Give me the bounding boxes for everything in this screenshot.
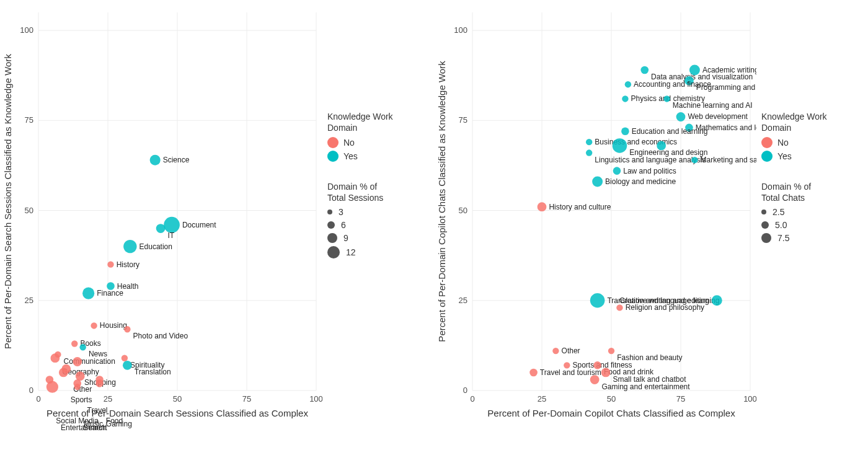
scatter-plot-left: 02550751000255075100Percent of Per-Domai…	[0, 0, 322, 434]
data-point	[676, 112, 686, 121]
legend-size-item: 5.0	[761, 220, 868, 230]
data-point	[601, 368, 611, 377]
data-point	[123, 240, 136, 253]
data-point	[552, 348, 559, 354]
svg-text:75: 75	[242, 394, 251, 404]
data-point	[164, 217, 180, 233]
data-point	[59, 368, 68, 377]
legend-size-item: 9	[327, 233, 434, 243]
charts-wrap: 02550751000255075100Percent of Per-Domai…	[0, 0, 868, 450]
data-point	[95, 379, 104, 387]
svg-text:50: 50	[173, 394, 182, 404]
legend-item-yes: Yes	[327, 151, 434, 162]
plot-left-col: 02550751000255075100Percent of Per-Domai…	[0, 0, 322, 450]
data-point	[689, 64, 700, 75]
data-point	[663, 95, 670, 102]
data-point	[46, 381, 58, 393]
legend-size-title-l1: Domain % of	[761, 182, 811, 192]
legend-item-no: No	[327, 137, 434, 148]
legend-left: Knowledge Work Domain No Yes Domain % of…	[322, 0, 434, 450]
svg-text:25: 25	[459, 296, 467, 305]
legend-kw-title-l1: Knowledge Work	[761, 112, 827, 121]
data-point-label: Search	[83, 423, 107, 432]
legend-size-title-l1: Domain % of	[327, 182, 377, 192]
data-point-label: Entertainment	[61, 423, 107, 432]
svg-text:50: 50	[25, 206, 33, 215]
svg-text:25: 25	[104, 394, 112, 404]
data-point	[71, 340, 78, 346]
size-label: 7.5	[777, 233, 789, 243]
swatch-yes-icon	[761, 151, 773, 162]
svg-text:25: 25	[538, 394, 546, 404]
data-point-label: Music	[84, 420, 103, 428]
data-point	[586, 139, 592, 145]
size-label: 12	[346, 247, 356, 257]
size-label: 5.0	[775, 220, 787, 230]
data-point	[691, 157, 698, 163]
svg-text:25: 25	[25, 296, 33, 305]
data-point	[616, 304, 622, 311]
legend-kw-title-l2: Domain	[761, 123, 791, 133]
svg-text:100: 100	[454, 25, 467, 35]
legend-size-items: 2.55.07.5	[761, 207, 868, 243]
data-point	[685, 124, 693, 132]
size-dot-icon	[761, 221, 769, 229]
data-point	[590, 375, 600, 384]
legend-size-item: 12	[327, 246, 434, 258]
data-point	[613, 138, 627, 153]
legend-size-item: 2.5	[761, 207, 868, 217]
legend-size-item: 7.5	[761, 233, 868, 243]
data-point	[107, 261, 113, 267]
svg-text:75: 75	[25, 115, 33, 125]
svg-text:Percent of Per-Domain Search S: Percent of Per-Domain Search Sessions Cl…	[46, 408, 308, 418]
data-point	[79, 344, 86, 350]
size-dot-icon	[327, 210, 332, 214]
data-point	[107, 282, 115, 290]
data-point	[657, 141, 666, 151]
data-point	[608, 348, 614, 354]
size-dot-icon	[761, 210, 766, 214]
legend-kw-title-l2: Domain	[327, 123, 357, 133]
svg-text:75: 75	[676, 394, 685, 404]
data-point	[150, 155, 161, 165]
legend-size-item: 3	[327, 207, 434, 217]
svg-text:0: 0	[29, 386, 33, 395]
legend-size-items: 36912	[327, 207, 434, 258]
data-point	[640, 66, 649, 74]
svg-text:Percent of Per-Domain Copilot : Percent of Per-Domain Copilot Chats Clas…	[436, 61, 447, 342]
panel-right: 02550751000255075100Percent of Per-Domai…	[434, 0, 868, 450]
svg-text:Percent of Per-Domain Search S: Percent of Per-Domain Search Sessions Cl…	[2, 54, 13, 349]
data-point	[50, 353, 60, 363]
legend-item-no: No	[761, 137, 868, 148]
data-point	[613, 167, 621, 175]
legend-size-title: Domain % of Total Sessions	[327, 182, 434, 203]
legend-yes-label: Yes	[777, 151, 792, 161]
data-point	[593, 361, 601, 369]
data-point	[621, 127, 629, 135]
svg-text:100: 100	[309, 394, 322, 404]
svg-text:0: 0	[463, 386, 467, 395]
data-point	[592, 177, 603, 187]
size-dot-icon	[327, 233, 337, 243]
data-point	[91, 322, 97, 329]
data-point	[586, 149, 592, 156]
size-dot-icon	[761, 233, 771, 243]
swatch-no-icon	[327, 137, 339, 148]
svg-text:Percent of Per-Domain Copilot : Percent of Per-Domain Copilot Chats Clas…	[487, 408, 735, 418]
swatch-no-icon	[761, 137, 773, 148]
legend-kw-title-l1: Knowledge Work	[327, 112, 393, 121]
legend-yes-label: Yes	[343, 151, 358, 161]
size-label: 2.5	[773, 207, 784, 217]
svg-text:50: 50	[459, 206, 467, 215]
legend-size-title: Domain % of Total Chats	[761, 182, 868, 203]
svg-text:0: 0	[470, 394, 474, 404]
legend-no-label: No	[343, 138, 355, 148]
size-dot-icon	[327, 221, 335, 229]
data-point	[82, 288, 94, 299]
size-label: 3	[339, 207, 343, 217]
legend-no-label: No	[777, 138, 789, 148]
data-point	[590, 293, 605, 308]
legend-item-yes: Yes	[761, 151, 868, 162]
svg-text:100: 100	[743, 394, 756, 404]
swatch-yes-icon	[327, 151, 339, 162]
